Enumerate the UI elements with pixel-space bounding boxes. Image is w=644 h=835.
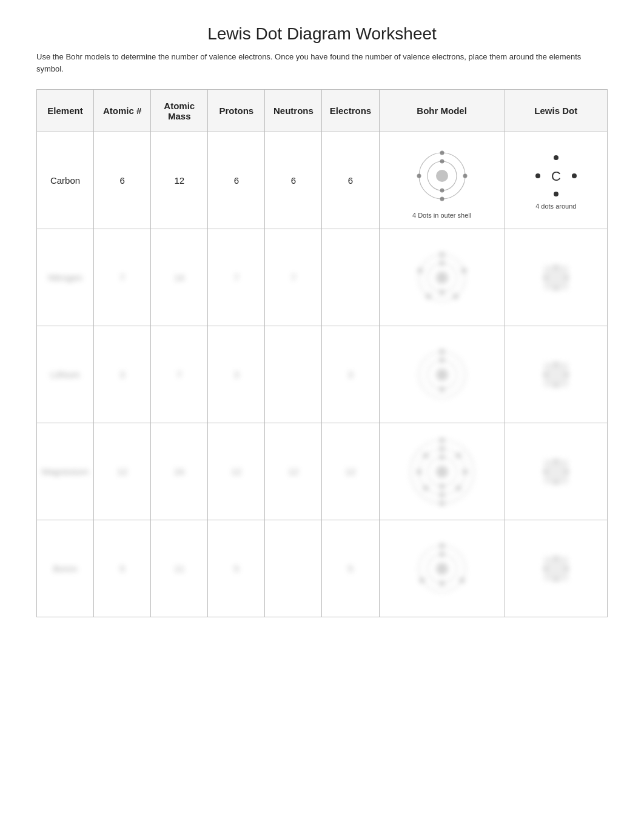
cell-atomic-num: 5 (94, 520, 151, 617)
cell-atomic-mass: 24 (151, 423, 208, 520)
svg-point-6 (463, 173, 467, 178)
svg-point-19 (440, 252, 444, 257)
svg-point-7 (440, 196, 444, 201)
table-row: Lithium3733 (37, 326, 608, 423)
cell-lewis-dot (505, 326, 607, 423)
svg-point-37 (554, 383, 558, 388)
cell-element: Nitrogen (37, 229, 94, 326)
svg-point-52 (417, 469, 421, 474)
header-electrons: Electrons (322, 90, 379, 132)
svg-point-51 (423, 486, 428, 490)
svg-point-3 (440, 159, 444, 163)
cell-electrons: 5 (322, 520, 379, 617)
svg-point-36 (554, 361, 558, 366)
header-element: Element (37, 90, 94, 132)
cell-protons: 7 (208, 229, 265, 326)
svg-point-53 (423, 453, 428, 457)
svg-point-38 (543, 372, 548, 377)
cell-bohr-model (379, 520, 505, 617)
svg-point-67 (460, 578, 464, 582)
svg-point-65 (440, 581, 444, 585)
cell-protons: 3 (208, 326, 265, 423)
cell-lewis-dot (505, 520, 607, 617)
cell-electrons (322, 229, 379, 326)
cell-protons: 12 (208, 423, 265, 520)
svg-point-31 (436, 369, 448, 381)
cell-bohr-model (379, 423, 505, 520)
svg-point-47 (456, 453, 460, 457)
svg-point-46 (440, 446, 444, 451)
cell-atomic-num: 6 (94, 132, 151, 229)
cell-electrons: 12 (322, 423, 379, 520)
svg-point-23 (418, 268, 422, 272)
svg-point-25 (554, 264, 558, 269)
table-row: Nitrogen71477 (37, 229, 608, 326)
bohr-note: 4 Dots in outer shell (412, 212, 471, 219)
svg-point-55 (440, 501, 444, 505)
instructions-text: Use the Bohr models to determine the num… (36, 51, 608, 75)
cell-neutrons: 7 (265, 229, 322, 326)
cell-element: Magnesium (37, 423, 94, 520)
cell-atomic-mass: 11 (151, 520, 208, 617)
svg-point-71 (554, 577, 558, 582)
svg-point-43 (436, 466, 448, 478)
svg-point-34 (440, 349, 444, 354)
header-bohr-model: Bohr Model (379, 90, 505, 132)
cell-lewis-dot (505, 423, 607, 520)
cell-protons: 5 (208, 520, 265, 617)
svg-point-22 (426, 294, 431, 298)
header-neutrons: Neutrons (265, 90, 322, 132)
svg-point-27 (543, 275, 548, 280)
svg-point-54 (440, 438, 444, 443)
svg-point-12 (535, 173, 540, 178)
svg-point-32 (440, 358, 444, 362)
svg-point-70 (554, 555, 558, 560)
svg-point-50 (440, 492, 444, 497)
svg-point-13 (572, 173, 577, 178)
svg-point-10 (554, 155, 558, 160)
svg-point-8 (417, 173, 421, 178)
cell-atomic-mass: 12 (151, 132, 208, 229)
svg-point-58 (554, 480, 558, 485)
svg-point-73 (565, 566, 569, 571)
header-lewis-dot: Lewis Dot (505, 90, 607, 132)
cell-atomic-mass: 14 (151, 229, 208, 326)
svg-point-16 (436, 272, 448, 284)
cell-atomic-num: 12 (94, 423, 151, 520)
table-row: Carbon6126664 Dots in outer shell C 4 do… (37, 132, 608, 229)
svg-point-21 (453, 294, 457, 298)
cell-bohr-model: 4 Dots in outer shell (379, 132, 505, 229)
svg-point-5 (440, 150, 444, 155)
svg-point-57 (554, 458, 558, 463)
header-atomic-mass: Atomic Mass (151, 90, 208, 132)
svg-point-63 (436, 563, 448, 575)
svg-point-17 (440, 261, 444, 265)
svg-point-66 (440, 543, 444, 548)
cell-lewis-dot (505, 229, 607, 326)
svg-point-28 (565, 275, 569, 280)
svg-point-49 (456, 486, 460, 490)
page-title: Lewis Dot Diagram Worksheet (36, 24, 608, 44)
cell-neutrons (265, 326, 322, 423)
svg-point-26 (554, 286, 558, 291)
table-row: Boron51155 (37, 520, 608, 617)
lewis-note: 4 dots around (535, 203, 576, 210)
header-atomic-num: Atomic # (94, 90, 151, 132)
cell-lewis-dot: C 4 dots around (505, 132, 607, 229)
svg-point-45 (440, 484, 444, 488)
svg-point-72 (543, 566, 548, 571)
svg-point-2 (436, 170, 448, 182)
svg-point-68 (420, 578, 424, 582)
cell-electrons: 6 (322, 132, 379, 229)
cell-bohr-model (379, 229, 505, 326)
svg-point-4 (440, 188, 444, 192)
header-protons: Protons (208, 90, 265, 132)
svg-point-39 (565, 372, 569, 377)
cell-atomic-num: 7 (94, 229, 151, 326)
cell-electrons: 3 (322, 326, 379, 423)
cell-protons: 6 (208, 132, 265, 229)
svg-point-33 (440, 387, 444, 391)
svg-point-60 (565, 469, 569, 474)
cell-element: Lithium (37, 326, 94, 423)
cell-atomic-num: 3 (94, 326, 151, 423)
